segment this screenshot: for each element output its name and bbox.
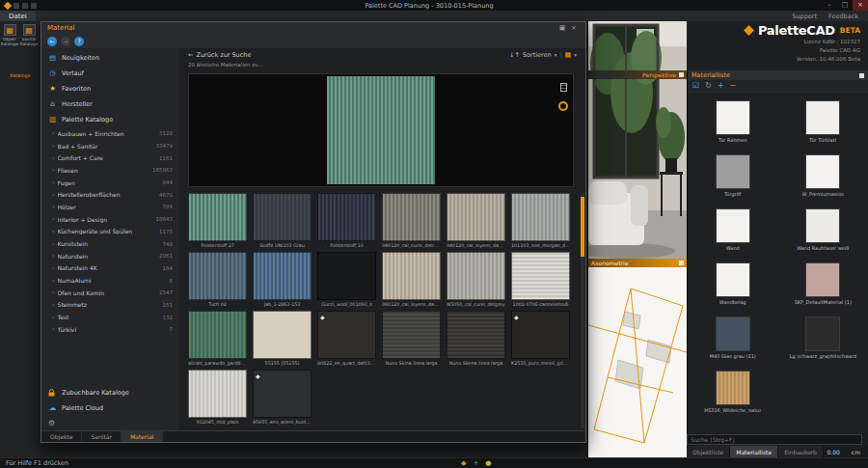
scrollbar-thumb[interactable] xyxy=(581,197,584,257)
maximize-button[interactable]: □ xyxy=(837,0,853,11)
scene-material-item[interactable]: Tür Rahmen xyxy=(688,100,778,143)
dialog-titlebar[interactable]: Material ▣ × xyxy=(41,22,585,34)
material-tile[interactable]: Polsterstoff 27 xyxy=(188,193,247,248)
material-thumbnail[interactable] xyxy=(188,370,247,418)
scene-material-item[interactable]: Tür Türblatt xyxy=(778,100,868,143)
search-input[interactable] xyxy=(691,436,858,443)
scene-material-item[interactable]: Türgriff xyxy=(688,154,778,197)
sidebar-item[interactable]: ★ Favoriten xyxy=(41,81,179,96)
scrollbar[interactable] xyxy=(581,193,584,428)
material-thumbnail[interactable]: ◆ xyxy=(511,311,570,359)
toolbar-icon[interactable]: ↻ xyxy=(705,82,712,90)
scene-material-item[interactable]: SKP_DefaultMaterial (1) xyxy=(778,262,868,305)
material-thumbnail[interactable] xyxy=(188,252,247,300)
scene-material-thumbnail[interactable] xyxy=(805,100,840,135)
catalog-tree-item[interactable]: Naturstein 2061 xyxy=(41,250,179,262)
support-link[interactable]: Support xyxy=(792,13,817,20)
help-button[interactable]: ? xyxy=(74,37,84,46)
back-to-search-link[interactable]: ← Zurück zur Suche xyxy=(188,51,251,59)
scene-material-item[interactable]: M40 Glas grau (11) xyxy=(688,317,778,359)
catalog-tree-item[interactable]: Bad + Sanitär 33479 xyxy=(41,140,179,152)
material-tile[interactable]: ◆ 45955_ano_acero_buldin... xyxy=(253,370,312,425)
catalog-tree-item[interactable]: Comfort + Care 1161 xyxy=(41,151,179,164)
dialog-tab[interactable]: Material xyxy=(122,431,163,442)
scene-material-item[interactable]: HS316_Wildeiche_natur xyxy=(688,371,778,413)
material-tile[interactable]: jab_1-2863-153 xyxy=(253,252,312,307)
material-tile[interactable]: 040120_cal_loyens_dahl... xyxy=(447,193,505,248)
status-icon[interactable]: + xyxy=(473,460,478,467)
settings-gear-icon[interactable]: ⚙ xyxy=(48,419,55,427)
sidebar-item[interactable]: ⌂ Hersteller xyxy=(41,96,179,112)
record-target-icon[interactable] xyxy=(558,101,568,111)
panel-tab[interactable]: Materialliste xyxy=(730,446,778,457)
material-thumbnail[interactable] xyxy=(447,252,505,300)
catalog-tree-item[interactable]: NumaAlumi 6 xyxy=(41,274,179,287)
sort-button[interactable]: Sortieren xyxy=(523,51,552,59)
scene-material-item[interactable]: Wandbelag xyxy=(688,262,778,305)
scene-material-thumbnail[interactable] xyxy=(716,371,750,405)
close-button[interactable]: × xyxy=(853,0,868,11)
material-tile[interactable]: Gucci_wool_001093_s xyxy=(317,252,376,307)
scene-material-thumbnail[interactable] xyxy=(716,100,750,135)
material-thumbnail[interactable]: ◆ xyxy=(253,370,312,418)
sidebar-item-zubuchbare[interactable]: Zubuchbare Kataloge xyxy=(41,385,179,400)
catalog-tree-item[interactable]: Naturstein 4K 164 xyxy=(41,262,179,275)
panel-tab[interactable]: Einbaukorb xyxy=(778,446,824,457)
material-preview-image[interactable] xyxy=(327,76,435,184)
feedback-link[interactable]: Feedback xyxy=(828,13,858,20)
back-button[interactable]: ← xyxy=(47,37,57,46)
panel-tab[interactable]: Objektliste xyxy=(687,446,730,457)
forward-button[interactable]: → xyxy=(61,37,70,46)
sidebar-item[interactable]: ▤ Neuigkeiten xyxy=(41,50,179,66)
material-thumbnail[interactable] xyxy=(317,193,376,241)
material-thumbnail[interactable] xyxy=(317,252,376,300)
material-tile[interactable]: 55155 (55155) xyxy=(253,311,312,366)
catalog-tree-item[interactable]: Kunststein 748 xyxy=(41,237,179,250)
material-tile[interactable]: 040120_cal_curio_detroi... xyxy=(382,193,441,248)
catalog-tree-item[interactable]: Fliesen 165863 xyxy=(41,164,179,177)
material-thumbnail[interactable] xyxy=(382,311,441,359)
material-thumbnail[interactable] xyxy=(447,311,505,359)
material-tile[interactable]: 932045_mid_plain xyxy=(188,370,247,425)
material-tile[interactable]: Nuno Skena linea larga xyxy=(447,311,505,366)
material-tile[interactable]: Stoffe UNI103 Grau xyxy=(253,193,312,248)
viewport-maximize-icon[interactable] xyxy=(679,261,684,265)
scene-material-thumbnail[interactable] xyxy=(805,317,840,351)
material-tile[interactable]: ◆ K2535_puro_messi_grlä... xyxy=(511,311,570,366)
catalog-tree-item[interactable]: Ausbauen + Einrichten 3128 xyxy=(41,127,179,140)
menu-datei[interactable]: Datei xyxy=(0,11,36,21)
catalog-tree-item[interactable]: Steinmetz 151 xyxy=(41,299,179,312)
material-tile[interactable]: 101103_non_morgan_dah... xyxy=(511,193,570,248)
status-icon[interactable]: ◆ xyxy=(461,460,466,467)
catalog-tree-item[interactable]: Herstelleroberflächen 4670 xyxy=(41,188,179,201)
dialog-tab[interactable]: Objekte xyxy=(41,431,82,442)
scene-material-item[interactable]: Lg_schwarz_graphitschwarz xyxy=(778,317,868,359)
catalog-tree-item[interactable]: Interior + Design 18643 xyxy=(41,213,179,226)
scene-material-thumbnail[interactable] xyxy=(805,262,840,297)
material-tile[interactable]: 1001-070E-cannelettodi xyxy=(511,252,570,307)
catalog-tree-item[interactable]: Fugen 844 xyxy=(41,177,179,189)
material-tile[interactable]: Polsterstoff 10 xyxy=(317,193,376,248)
material-thumbnail[interactable]: ◆ xyxy=(317,311,376,359)
sidebar-item[interactable]: ▥ Palette Kataloge xyxy=(41,112,179,127)
material-tile[interactable]: Nuno Skina linea larga xyxy=(382,311,441,366)
material-tile[interactable]: N5050_col_curio_delgrey xyxy=(447,252,505,307)
save-icon[interactable] xyxy=(14,3,19,9)
toolbar-icon[interactable]: + xyxy=(718,82,724,90)
material-thumbnail[interactable] xyxy=(253,252,312,300)
scene-material-item[interactable]: W_Premiumweiss xyxy=(778,154,868,197)
rail-catalog-button[interactable]: ▦ Objekt Kataloge xyxy=(0,21,19,46)
material-thumbnail[interactable] xyxy=(253,311,312,359)
sidebar-item[interactable]: ◷ Verlauf xyxy=(41,66,179,81)
catalog-tree-item[interactable]: Türkivi 7 xyxy=(41,323,179,336)
material-thumbnail[interactable] xyxy=(253,193,312,241)
catalog-tree-item[interactable]: Küchengeräte und Spülen 1175 xyxy=(41,226,179,238)
catalog-tree-item[interactable]: Test 132 xyxy=(41,311,179,323)
chevron-down-icon[interactable] xyxy=(574,51,577,59)
panel-maximize-icon[interactable] xyxy=(859,73,864,78)
rail-catalog-button[interactable]: ▦ Sanitär Kataloge xyxy=(19,21,39,46)
scene-material-item[interactable]: Wand Rauhfaser weiß xyxy=(778,208,868,251)
material-thumbnail[interactable] xyxy=(511,252,570,300)
grid-view-icon[interactable]: ▦ xyxy=(565,51,572,59)
material-thumbnail[interactable] xyxy=(188,193,247,241)
